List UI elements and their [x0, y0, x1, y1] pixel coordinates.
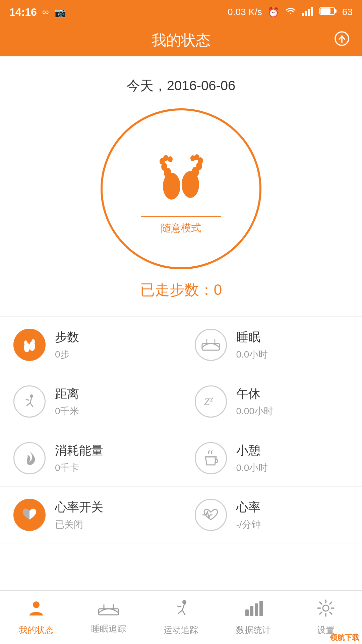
status-bar: 14:16 ∞ 📷 0.03 K/s ⏰ — [0, 0, 362, 24]
nav-item-data[interactable]: 数据统计 — [217, 591, 290, 644]
steps-value: 0步 — [55, 348, 79, 361]
nav-item-exercise[interactable]: 运动追踪 — [145, 591, 217, 644]
status-left: 14:16 ∞ 📷 — [9, 6, 66, 18]
distance-value: 0千米 — [55, 405, 79, 418]
steps-label: 步数 — [55, 329, 79, 345]
heart-switch-value: 已关闭 — [55, 518, 103, 531]
svg-text:Z: Z — [204, 396, 210, 407]
svg-point-29 — [33, 601, 40, 608]
calories-label: 消耗能量 — [55, 442, 103, 459]
noon-rest-value: 0.00小时 — [236, 405, 274, 418]
svg-rect-3 — [311, 7, 313, 16]
svg-rect-25 — [202, 343, 220, 350]
stats-row-2: 距离 0千米 Z z 午休 0.00小时 — [0, 373, 362, 430]
zzz-icon-circle: Z z — [195, 385, 227, 418]
stats-cell-calories[interactable]: 消耗能量 0千卡 — [0, 430, 181, 486]
nav-label-data: 数据统计 — [236, 624, 271, 636]
sleep-value: 0.0小时 — [236, 348, 268, 361]
svg-rect-35 — [250, 606, 253, 616]
svg-rect-36 — [255, 603, 258, 616]
stats-cell-heart-rate[interactable]: 心率 -/分钟 — [181, 487, 362, 543]
nav-label-sleep: 睡眠追踪 — [91, 623, 126, 635]
stats-row-3: 消耗能量 0千卡 小憩 0.0小时 — [0, 430, 362, 487]
data-speed: 0.03 K/s — [228, 7, 262, 17]
rest-value: 0.0小时 — [236, 462, 268, 474]
svg-rect-37 — [259, 601, 263, 616]
heart-rate-value: -/分钟 — [236, 518, 261, 531]
stats-cell-noon-rest[interactable]: Z z 午休 0.00小时 — [181, 373, 362, 430]
rest-label: 小憩 — [236, 442, 268, 459]
svg-point-20 — [190, 155, 195, 161]
page-title: 我的状态 — [152, 31, 210, 50]
stats-cell-steps[interactable]: 步数 0步 — [0, 317, 181, 373]
status-right: 0.03 K/s ⏰ — [228, 6, 353, 18]
svg-text:z: z — [210, 395, 213, 403]
heart-switch-info: 心率开关 已关闭 — [55, 499, 103, 531]
svg-point-22 — [24, 340, 27, 345]
sleep-label: 睡眠 — [236, 329, 268, 345]
mode-circle[interactable]: 随意模式 — [101, 108, 261, 269]
svg-point-33 — [182, 600, 186, 604]
stats-cell-sleep[interactable]: 睡眠 0.0小时 — [181, 317, 362, 373]
run-icon-circle — [13, 385, 46, 418]
heart-rate-info: 心率 -/分钟 — [236, 499, 261, 531]
steps-icon-circle — [13, 329, 46, 361]
nav-item-settings[interactable]: 设置 领航下载 — [290, 591, 362, 644]
svg-point-24 — [32, 339, 35, 344]
date-text: 今天，2016-06-06 — [127, 78, 236, 93]
mode-text: 随意模式 — [161, 221, 201, 235]
noon-rest-label: 午休 — [236, 386, 274, 402]
heart-switch-label: 心率开关 — [55, 499, 103, 516]
heartbeat-icon-circle — [195, 499, 227, 531]
sleep-icon-circle — [195, 329, 227, 361]
stats-row-4: 心率开关 已关闭 心率 -/分钟 — [0, 487, 362, 543]
sleep-info: 睡眠 0.0小时 — [236, 329, 268, 361]
svg-rect-0 — [302, 13, 304, 16]
battery-icon — [319, 6, 337, 18]
distance-label: 距离 — [55, 386, 79, 402]
svg-rect-6 — [335, 9, 337, 13]
camera-icon: 📷 — [54, 7, 66, 18]
heart-switch-icon-circle — [13, 499, 46, 531]
main-content: 今天，2016-06-06 随意模式 已走步数：0 — [0, 56, 362, 590]
rest-info: 小憩 0.0小时 — [236, 442, 268, 474]
svg-rect-34 — [245, 609, 249, 616]
coffee-icon-circle — [195, 442, 227, 474]
svg-point-38 — [323, 605, 329, 611]
watermark: 领航下载 — [330, 633, 359, 643]
svg-rect-5 — [320, 8, 330, 14]
svg-rect-30 — [99, 609, 119, 615]
nav-item-my-status[interactable]: 我的状态 — [0, 591, 72, 644]
my-status-nav-icon — [27, 599, 46, 622]
stats-cell-distance[interactable]: 距离 0千米 — [0, 373, 181, 430]
nav-label-exercise: 运动追踪 — [164, 624, 198, 636]
calories-info: 消耗能量 0千卡 — [55, 442, 103, 474]
stats-cell-rest[interactable]: 小憩 0.0小时 — [181, 430, 362, 486]
noon-rest-info: 午休 0.00小时 — [236, 386, 274, 418]
upload-button[interactable] — [334, 31, 350, 50]
nav-label-my-status: 我的状态 — [19, 624, 54, 636]
heart-rate-label: 心率 — [236, 499, 261, 516]
status-time: 14:16 — [9, 6, 37, 18]
distance-info: 距离 0千米 — [55, 386, 79, 418]
calories-value: 0千卡 — [55, 462, 103, 474]
stats-grid: 步数 0步 睡眠 0.0小时 — [0, 316, 362, 543]
bottom-nav: 我的状态 睡眠追踪 运动追踪 — [0, 590, 362, 644]
svg-point-13 — [163, 155, 169, 161]
svg-rect-2 — [308, 9, 310, 16]
mode-divider — [141, 216, 221, 217]
wifi-icon — [285, 6, 297, 18]
svg-rect-1 — [305, 11, 307, 16]
settings-nav-icon — [316, 599, 335, 622]
exercise-nav-icon — [172, 599, 190, 622]
svg-point-14 — [168, 156, 173, 162]
data-nav-icon — [244, 599, 263, 622]
steps-info: 步数 0步 — [55, 329, 79, 361]
date-section: 今天，2016-06-06 — [127, 76, 236, 95]
footprint-icon — [147, 143, 215, 210]
stats-cell-heart-switch[interactable]: 心率开关 已关闭 — [0, 487, 181, 543]
signal-icon — [302, 6, 314, 18]
status-infinity: ∞ — [42, 7, 49, 17]
svg-point-26 — [30, 394, 33, 398]
nav-item-sleep[interactable]: 睡眠追踪 — [72, 591, 145, 644]
